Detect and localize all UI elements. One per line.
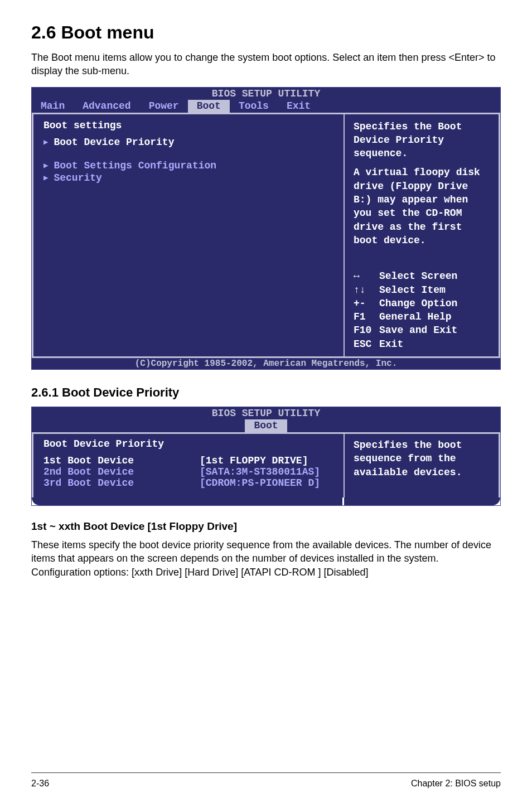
bios-left-panel: Boot Device Priority 1st Boot Device [1s… xyxy=(32,432,344,497)
key-action: Select Screen xyxy=(379,269,457,283)
boot-device-name: 3rd Boot Device xyxy=(43,477,200,489)
key-symbol: F10 xyxy=(354,323,379,337)
tab-main[interactable]: Main xyxy=(32,100,74,113)
boot-device-row-1[interactable]: 1st Boot Device [1st FLOPPY DRIVE] xyxy=(43,455,333,466)
boot-device-value: [SATA:3M-ST380011AS] xyxy=(200,466,320,477)
tab-boot[interactable]: Boot xyxy=(245,419,287,432)
bios-copyright: (C)Copyright 1985-2002, American Megatre… xyxy=(32,358,500,369)
menu-security[interactable]: ▶ Security xyxy=(43,172,333,183)
key-symbol: ESC xyxy=(354,337,379,351)
menu-boot-device-priority[interactable]: ▶ Boot Device Priority xyxy=(43,137,333,148)
boot-device-row-2[interactable]: 2nd Boot Device [SATA:3M-ST380011AS] xyxy=(43,466,333,477)
tab-tools[interactable]: Tools xyxy=(230,100,278,113)
boot-device-row-3[interactable]: 3rd Boot Device [CDROM:PS-PIONEER D] xyxy=(43,477,333,489)
tab-boot[interactable]: Boot xyxy=(188,100,230,113)
boot-device-name: 1st Boot Device xyxy=(43,455,200,466)
key-symbol: ↔ xyxy=(354,269,379,283)
boot-device-name: 2nd Boot Device xyxy=(43,466,200,477)
bios-help-text-2: A virtual floopy disk drive (Floppy Driv… xyxy=(354,166,490,247)
key-action: Change Option xyxy=(379,297,457,310)
tab-exit[interactable]: Exit xyxy=(278,100,320,113)
key-action: Exit xyxy=(379,337,403,351)
tab-power[interactable]: Power xyxy=(140,100,188,113)
submenu-arrow-icon: ▶ xyxy=(43,161,48,170)
bios-tabs: Main Advanced Power Boot Tools Exit xyxy=(32,100,500,113)
section-description: The Boot menu items allow you to change … xyxy=(31,51,501,78)
bios-screenshot-boot-priority: BIOS SETUP UTILITY Boot Boot Device Prio… xyxy=(31,407,501,506)
submenu-arrow-icon: ▶ xyxy=(43,137,48,147)
bios-help-text-1: Specifies the Boot Device Priority seque… xyxy=(354,120,490,161)
bios-group-title: Boot Device Priority xyxy=(43,438,333,450)
menu-item-label: Boot Settings Configuration xyxy=(54,160,216,171)
menu-boot-settings-config[interactable]: ▶ Boot Settings Configuration xyxy=(43,160,333,171)
bios-help-text: Specifies the boot sequence from the ava… xyxy=(354,438,490,479)
boot-device-value: [CDROM:PS-PIONEER D] xyxy=(200,477,320,489)
bios-help-panel: Specifies the Boot Device Priority seque… xyxy=(344,113,500,358)
page-footer: 2-36 Chapter 2: BIOS setup xyxy=(31,772,501,789)
subsection-title: 2.6.1 Boot Device Priority xyxy=(31,385,501,400)
key-action: General Help xyxy=(379,310,452,323)
key-action: Select Item xyxy=(379,283,446,297)
key-symbol: ↑↓ xyxy=(354,283,379,297)
bios-screenshot-boot-menu: BIOS SETUP UTILITY Main Advanced Power B… xyxy=(31,87,501,370)
param-description: These items specify the boot device prio… xyxy=(31,538,501,579)
menu-item-label: Boot Device Priority xyxy=(54,137,174,148)
bios-help-panel: Specifies the boot sequence from the ava… xyxy=(344,432,500,497)
bios-header: BIOS SETUP UTILITY xyxy=(32,88,500,100)
section-title: 2.6 Boot menu xyxy=(31,22,501,43)
page-number: 2-36 xyxy=(31,779,49,789)
key-action: Save and Exit xyxy=(379,323,457,337)
bios-tabs: Boot xyxy=(32,419,500,432)
tab-advanced[interactable]: Advanced xyxy=(74,100,139,113)
chapter-label: Chapter 2: BIOS setup xyxy=(411,779,501,789)
boot-device-value: [1st FLOPPY DRIVE] xyxy=(200,455,308,466)
bios-header: BIOS SETUP UTILITY xyxy=(32,407,500,419)
bios-key-legend: ↔Select Screen ↑↓Select Item +-Change Op… xyxy=(354,269,490,351)
bios-left-panel: Boot settings ▶ Boot Device Priority ▶ B… xyxy=(32,113,344,358)
key-symbol: F1 xyxy=(354,310,379,323)
key-symbol: +- xyxy=(354,297,379,310)
menu-item-label: Security xyxy=(54,172,101,183)
bios-group-title: Boot settings xyxy=(43,120,333,131)
bios-bottom-edge xyxy=(32,497,500,505)
submenu-arrow-icon: ▶ xyxy=(43,173,48,182)
param-heading: 1st ~ xxth Boot Device [1st Floppy Drive… xyxy=(31,520,501,533)
